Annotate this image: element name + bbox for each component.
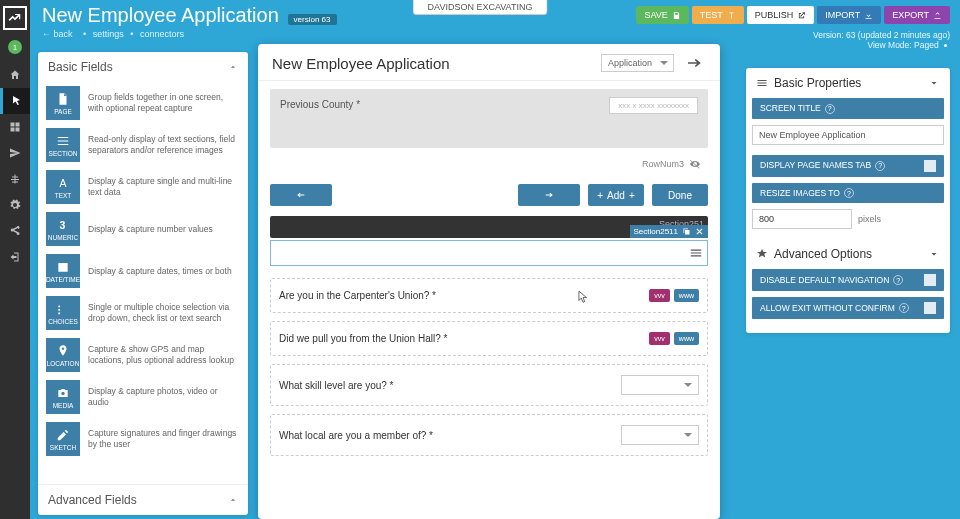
next-page-button[interactable] (518, 184, 580, 206)
allow-exit-bar[interactable]: ALLOW EXIT WITHOUT CONFIRM? (752, 297, 944, 319)
back-link[interactable]: ← back (42, 29, 77, 39)
palette-field-choices[interactable]: CHOICESSingle or multiple choice selecti… (38, 292, 248, 334)
media-icon: MEDIA (46, 380, 80, 414)
sketch-icon: SKETCH (46, 422, 80, 456)
header-actions: SAVE TEST PUBLISH IMPORT EXPORT (636, 6, 950, 24)
display-tabs-bar[interactable]: DISPLAY PAGE NAMES TAB? (752, 155, 944, 177)
row-menu-icon[interactable] (689, 246, 703, 262)
question-row[interactable]: What skill level are you? * (270, 364, 708, 406)
copy-icon[interactable] (682, 227, 691, 236)
allow-exit-checkbox[interactable] (924, 302, 936, 314)
app-logo[interactable] (3, 6, 27, 30)
add-button[interactable]: +Add+ (588, 184, 644, 206)
canvas-title: New Employee Application (272, 55, 450, 72)
page-icon: PAGE (46, 86, 80, 120)
resize-images-bar: RESIZE IMAGES TO? (752, 183, 944, 204)
text-icon: ATEXT (46, 170, 80, 204)
palette-field-date/time[interactable]: DATE/TIMEDisplay & capture dates, times … (38, 250, 248, 292)
header-meta: Version: 63 (updated 2 minutes ago) View… (813, 30, 950, 50)
palette-field-section[interactable]: SECTIONRead-only display of text section… (38, 124, 248, 166)
palette-field-media[interactable]: MEDIADisplay & capture photos, video or … (38, 376, 248, 418)
section-icon: SECTION (46, 128, 80, 162)
option-chip[interactable]: www (674, 332, 699, 345)
svg-text:A: A (60, 176, 67, 188)
palette-field-text[interactable]: ATEXTDisplay & capture single and multi-… (38, 166, 248, 208)
field-palette: Basic Fields PAGEGroup fields together i… (38, 52, 248, 515)
palette-field-location[interactable]: LOCATIONCapture & show GPS and map locat… (38, 334, 248, 376)
close-icon[interactable] (695, 227, 704, 236)
previous-county-input[interactable]: xxx x xxxx xxxxxxxx (609, 97, 698, 114)
view-mode-select[interactable]: Application (601, 54, 674, 72)
selected-section-row[interactable]: Section2511 (270, 240, 708, 266)
nav-share-icon[interactable] (0, 218, 30, 244)
advanced-options-header[interactable]: Advanced Options (746, 239, 950, 269)
screen-title-input[interactable]: New Employee Application (752, 125, 944, 145)
prev-page-button[interactable] (270, 184, 332, 206)
option-chip[interactable]: www (674, 289, 699, 302)
disable-nav-bar[interactable]: DISABLE DEFAULT NAVIGATION? (752, 269, 944, 291)
nav-tree-icon[interactable] (0, 166, 30, 192)
nav-send-icon[interactable] (0, 140, 30, 166)
choices-icon: CHOICES (46, 296, 80, 330)
dropdown-input[interactable] (621, 425, 699, 445)
connectors-link[interactable]: connectors (140, 29, 184, 39)
header: New Employee Application version 63 ← ba… (30, 0, 960, 48)
numeric-icon: 3NUMERIC (46, 212, 80, 246)
settings-link[interactable]: settings (93, 29, 124, 39)
properties-panel: Basic Properties SCREEN TITLE? New Emplo… (746, 68, 950, 333)
done-button[interactable]: Done (652, 184, 708, 206)
row-number-indicator: RowNum3 (270, 154, 708, 178)
resize-unit-label: pixels (858, 214, 881, 224)
nav-home-icon[interactable] (0, 62, 30, 88)
visibility-off-icon (688, 158, 702, 170)
screen-title-bar: SCREEN TITLE? (752, 98, 944, 119)
question-label: What skill level are you? * (279, 380, 394, 391)
display-tabs-checkbox[interactable] (924, 160, 936, 172)
form-canvas: New Employee Application Application Pre… (258, 44, 720, 519)
left-rail: 1 (0, 0, 30, 519)
palette-field-page[interactable]: PAGEGroup fields together in one screen,… (38, 82, 248, 124)
location-icon: LOCATION (46, 338, 80, 372)
previous-county-field[interactable]: Previous County * xxx x xxxx xxxxxxxx (270, 89, 708, 148)
option-chip[interactable]: vvv (649, 332, 670, 345)
question-label: Did we pull you from the Union Hall? * (279, 333, 447, 344)
selection-badge: Section2511 (630, 225, 708, 238)
date-icon: DATE/TIME (46, 254, 80, 288)
dropdown-input[interactable] (621, 375, 699, 395)
disable-nav-checkbox[interactable] (924, 274, 936, 286)
nav-grid-icon[interactable] (0, 114, 30, 140)
export-button[interactable]: EXPORT (884, 6, 950, 24)
publish-button[interactable]: PUBLISH (747, 6, 815, 24)
notif-badge[interactable]: 1 (8, 40, 22, 54)
nav-exit-icon[interactable] (0, 244, 30, 270)
version-badge: version 63 (288, 14, 337, 25)
next-arrow-icon[interactable] (682, 54, 706, 72)
test-button[interactable]: TEST (692, 6, 744, 24)
canvas-toolbar: +Add+ Done (270, 184, 708, 206)
import-button[interactable]: IMPORT (817, 6, 881, 24)
nav-pointer-icon[interactable] (0, 88, 30, 114)
palette-field-sketch[interactable]: SKETCHCapture signatures and finger draw… (38, 418, 248, 460)
question-row[interactable]: Did we pull you from the Union Hall? *vv… (270, 321, 708, 356)
basic-properties-header[interactable]: Basic Properties (746, 68, 950, 98)
palette-field-numeric[interactable]: 3NUMERICDisplay & capture number values (38, 208, 248, 250)
save-button[interactable]: SAVE (636, 6, 688, 24)
svg-text:3: 3 (60, 218, 66, 230)
question-label: What local are you a member of? * (279, 430, 433, 441)
question-row[interactable]: Are you in the Carpenter's Union? *vvvww… (270, 278, 708, 313)
nav-gear-icon[interactable] (0, 192, 30, 218)
advanced-fields-header[interactable]: Advanced Fields (38, 484, 248, 515)
question-label: Are you in the Carpenter's Union? * (279, 290, 436, 301)
basic-fields-header[interactable]: Basic Fields (38, 52, 248, 82)
option-chip[interactable]: vvv (649, 289, 670, 302)
page-title: New Employee Application (42, 4, 279, 26)
resize-value-input[interactable]: 800 (752, 209, 852, 229)
question-row[interactable]: What local are you a member of? * (270, 414, 708, 456)
